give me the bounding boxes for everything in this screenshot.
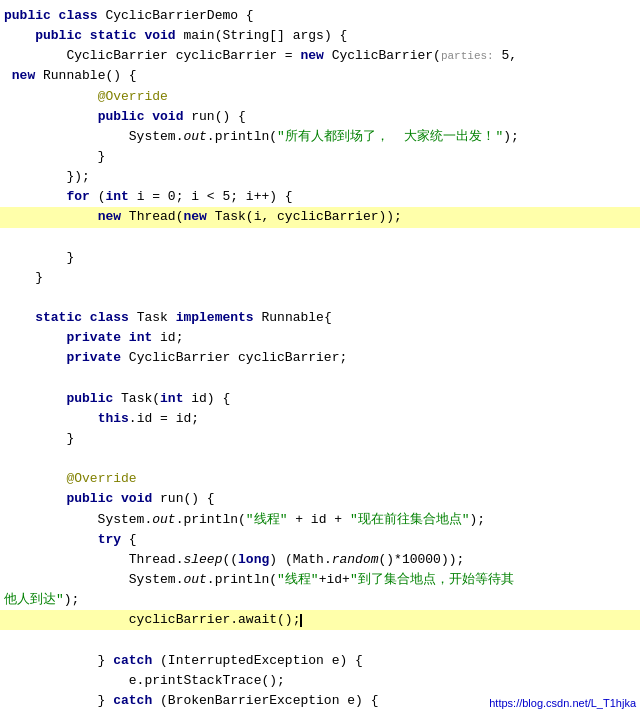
code-editor: public class CyclicBarrierDemo { public … — [0, 0, 640, 714]
code-content: public class CyclicBarrierDemo { public … — [0, 0, 640, 714]
watermark-url: https://blog.csdn.net/L_T1hjka — [485, 693, 640, 714]
